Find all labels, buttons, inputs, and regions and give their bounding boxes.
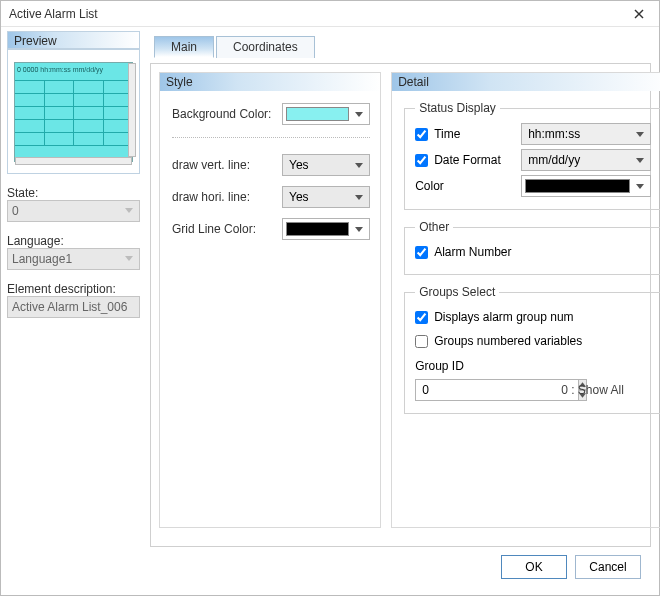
style-section: Style Background Color: <box>159 72 381 528</box>
ok-button-label: OK <box>525 560 542 574</box>
preview-group: Preview 0 0000 hh:mm:ss mm/dd/yy <box>7 31 140 174</box>
alarm-number-checkbox[interactable] <box>415 246 428 259</box>
vertline-label: draw vert. line: <box>172 158 282 172</box>
time-label: Time <box>434 127 460 141</box>
horiline-label: draw hori. line: <box>172 190 282 204</box>
tab-panel-main: Style Background Color: <box>150 63 651 547</box>
time-format-select[interactable]: hh:mm:ss <box>521 123 651 145</box>
cancel-button[interactable]: Cancel <box>575 555 641 579</box>
sidebar: Preview 0 0000 hh:mm:ss mm/dd/yy S <box>1 27 146 595</box>
disp-group-num-label: Displays alarm group num <box>434 310 573 324</box>
elemdesc-field[interactable]: Active Alarm List_006 <box>7 296 140 318</box>
detail-section-title: Detail <box>392 73 660 91</box>
alarm-number-label: Alarm Number <box>434 245 511 259</box>
time-checkbox[interactable] <box>415 128 428 141</box>
group-id-spinner[interactable] <box>415 379 535 401</box>
titlebar: Active Alarm List <box>1 1 659 27</box>
other-legend: Other <box>415 220 453 234</box>
date-row: Date Format mm/dd/yy <box>415 147 651 173</box>
chevron-down-icon <box>355 227 363 232</box>
dialog-body: Preview 0 0000 hh:mm:ss mm/dd/yy S <box>1 27 659 595</box>
state-group: State: 0 <box>7 184 140 222</box>
group-id-hint: 0 : Show All <box>561 383 624 397</box>
bgcolor-row: Background Color: <box>172 101 370 127</box>
grp-var-label: Groups numbered variables <box>434 334 582 348</box>
preview-box: 0 0000 hh:mm:ss mm/dd/yy <box>7 49 140 174</box>
horiline-row: draw hori. line: Yes <box>172 184 370 210</box>
ok-button[interactable]: OK <box>501 555 567 579</box>
preview-header: Preview <box>7 31 140 49</box>
date-checkbox[interactable] <box>415 154 428 167</box>
status-display-legend: Status Display <box>415 101 500 115</box>
group-id-label: Group ID <box>415 359 651 373</box>
style-column: Style Background Color: <box>159 72 381 538</box>
style-section-body: Background Color: draw <box>160 91 380 260</box>
state-label: State: <box>7 186 140 200</box>
close-button[interactable] <box>627 2 651 26</box>
status-color-label: Color <box>415 179 444 193</box>
status-display-group: Status Display Time hh:mm:ss <box>404 101 660 210</box>
status-color-row: Color <box>415 173 651 199</box>
other-group: Other Alarm Number <box>404 220 660 275</box>
date-label: Date Format <box>434 153 501 167</box>
dialog-window: Active Alarm List Preview 0 0000 hh:mm:s… <box>0 0 660 596</box>
chevron-down-icon <box>636 158 644 163</box>
chevron-down-icon <box>355 112 363 117</box>
vertline-value: Yes <box>289 158 309 172</box>
tab-strip: Main Coordinates <box>150 33 651 57</box>
chevron-down-icon <box>125 256 133 261</box>
status-color-picker[interactable] <box>521 175 651 197</box>
groups-select-group: Groups Select Displays alarm group num G… <box>404 285 660 414</box>
time-row: Time hh:mm:ss <box>415 121 651 147</box>
main-area: Main Coordinates Style Background Color: <box>146 27 659 595</box>
tab-coordinates[interactable]: Coordinates <box>216 36 315 58</box>
group-id-input[interactable] <box>415 379 579 401</box>
disp-group-num-row: Displays alarm group num <box>415 305 651 329</box>
vertline-select[interactable]: Yes <box>282 154 370 176</box>
detail-column: Detail Status Display Time <box>391 72 660 538</box>
status-color-swatch <box>525 179 630 193</box>
chevron-down-icon <box>355 195 363 200</box>
language-value: Language1 <box>12 252 72 266</box>
chevron-down-icon <box>125 208 133 213</box>
grp-var-row: Groups numbered variables <box>415 329 651 353</box>
detail-section: Detail Status Display Time <box>391 72 660 528</box>
elemdesc-value: Active Alarm List_006 <box>12 300 127 314</box>
cancel-button-label: Cancel <box>589 560 626 574</box>
horiline-select[interactable]: Yes <box>282 186 370 208</box>
bgcolor-picker[interactable] <box>282 103 370 125</box>
gridcolor-picker[interactable] <box>282 218 370 240</box>
language-group: Language: Language1 <box>7 232 140 270</box>
bgcolor-swatch <box>286 107 349 121</box>
preview-header-strip: 0 0000 hh:mm:ss mm/dd/yy <box>15 63 132 81</box>
chevron-down-icon <box>636 184 644 189</box>
close-icon <box>634 9 644 19</box>
style-section-title: Style <box>160 73 380 91</box>
date-format-select[interactable]: mm/dd/yy <box>521 149 651 171</box>
gridcolor-swatch <box>286 222 349 236</box>
chevron-down-icon <box>355 163 363 168</box>
horiline-value: Yes <box>289 190 309 204</box>
gridcolor-label: Grid Line Color: <box>172 222 282 236</box>
language-label: Language: <box>7 234 140 248</box>
bgcolor-label: Background Color: <box>172 107 282 121</box>
preview-thumbnail: 0 0000 hh:mm:ss mm/dd/yy <box>14 62 133 162</box>
style-divider <box>172 137 370 138</box>
groups-select-legend: Groups Select <box>415 285 499 299</box>
alarm-number-row: Alarm Number <box>415 240 651 264</box>
tab-main[interactable]: Main <box>154 36 214 58</box>
state-value: 0 <box>12 204 19 218</box>
group-id-row: 0 : Show All <box>415 377 651 403</box>
elemdesc-group: Element description: Active Alarm List_0… <box>7 280 140 318</box>
gridcolor-row: Grid Line Color: <box>172 216 370 242</box>
preview-vscrollbar <box>128 63 136 157</box>
chevron-down-icon <box>636 132 644 137</box>
language-select[interactable]: Language1 <box>7 248 140 270</box>
elemdesc-label: Element description: <box>7 282 140 296</box>
state-select[interactable]: 0 <box>7 200 140 222</box>
preview-hscrollbar <box>15 157 132 165</box>
grp-var-checkbox[interactable] <box>415 335 428 348</box>
disp-group-num-checkbox[interactable] <box>415 311 428 324</box>
date-format-value: mm/dd/yy <box>528 153 580 167</box>
time-format-value: hh:mm:ss <box>528 127 580 141</box>
